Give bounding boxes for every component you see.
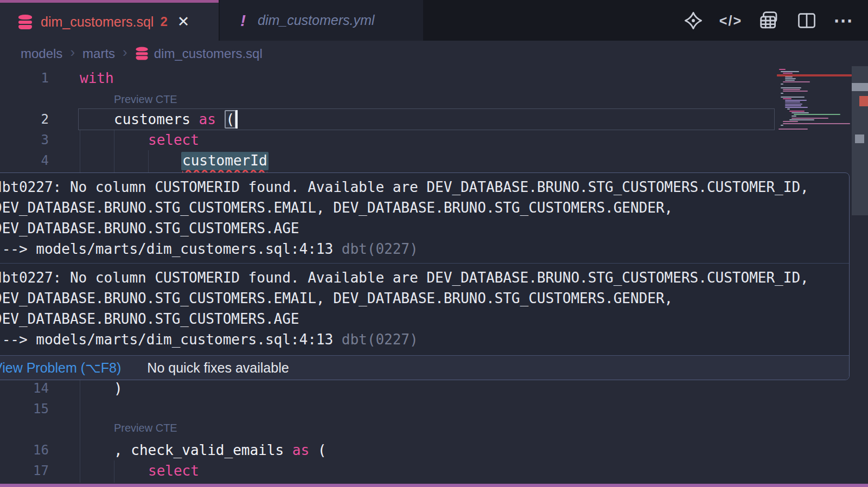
code-lens-preview-cte[interactable]: Preview CTE: [114, 422, 177, 434]
copy-table-icon[interactable]: [758, 10, 780, 31]
indent-guide: [80, 130, 80, 172]
split-editor-icon[interactable]: [796, 10, 817, 31]
line-number: 17: [0, 460, 49, 481]
line-number-active: 2: [0, 109, 49, 130]
minimap-code-line: [783, 121, 798, 122]
minimap-code-line: [781, 97, 805, 98]
minimap-code-line: [785, 80, 795, 81]
tab-bar: dim_customers.sql 2 ✕ ! dim_customers.ym…: [0, 0, 868, 41]
minimap-code-line: [783, 81, 810, 82]
matching-bracket: (: [225, 110, 237, 129]
line-number: 15: [0, 399, 49, 419]
minimap-error-line: [777, 74, 852, 76]
no-quick-fixes-text: No quick fixes available: [147, 360, 289, 376]
minimap-code-line: [781, 125, 783, 126]
tab-error-count-badge: 2: [160, 14, 167, 29]
error-location: --> models/marts/dim_customers.sql:4:13 …: [0, 329, 849, 350]
code-line-14: ): [114, 378, 123, 399]
minimap-code-line: [785, 100, 807, 101]
close-icon[interactable]: ✕: [177, 15, 190, 29]
indent-guide: [114, 130, 114, 172]
minimap-code-line: [787, 108, 790, 110]
tab-dim-customers-sql[interactable]: dim_customers.sql 2 ✕: [0, 0, 219, 41]
line-number: 1: [0, 68, 49, 88]
minimap-code-line: [792, 118, 828, 119]
minimap-code-line: [785, 76, 793, 78]
error-hover-popup: dbt0227: No column CUSTOMERID found. Ava…: [0, 172, 850, 380]
error-code: dbt(0227): [342, 241, 418, 257]
error-text: DEV_DATABASE.BRUNO.STG_CUSTOMERS.EMAIL, …: [0, 288, 849, 309]
minimap-code-line: [783, 98, 792, 99]
minimap-code-line: [783, 73, 793, 74]
minimap-code-line: [785, 104, 802, 105]
popup-status-bar: View Problem (⌥F8) No quick fixes availa…: [0, 355, 849, 380]
line-number: 16: [0, 440, 49, 460]
error-text: DEV_DATABASE.BRUNO.STG_CUSTOMERS.EMAIL, …: [0, 197, 849, 218]
error-word-customerId: customerId: [181, 152, 269, 170]
tab-label: dim_customers.sql: [41, 14, 154, 30]
minimap-code-line: [789, 119, 814, 120]
minimap-code-line: [781, 93, 783, 94]
editor-actions: </> ⋯: [684, 3, 854, 39]
minimap-code-line: [785, 101, 800, 102]
window-bottom-accent: [0, 484, 868, 487]
more-actions-icon[interactable]: ⋯: [833, 9, 854, 32]
minimap-code-line: [781, 87, 801, 88]
minimap-code-line: [785, 78, 796, 79]
code-icon[interactable]: </>: [719, 13, 742, 29]
line-number: 3: [0, 130, 49, 150]
indent-guide: [80, 380, 80, 483]
error-text: DEV_DATABASE.BRUNO.STG_CUSTOMERS.AGE: [0, 218, 849, 239]
minimap-code-line: [783, 89, 800, 90]
line-number: 4: [0, 150, 49, 171]
error-location: --> models/marts/dim_customers.sql:4:13 …: [0, 239, 849, 259]
error-text: dbt0227: No column CUSTOMERID found. Ava…: [0, 177, 849, 197]
breadcrumb-marts[interactable]: marts: [82, 46, 115, 61]
minimap-code-line: [794, 114, 840, 115]
text-cursor: [235, 110, 238, 129]
code-line-16: , check_valid_emails as (: [114, 440, 326, 460]
minimap-code-line: [783, 91, 808, 92]
tab-dim-customers-yml[interactable]: ! dim_customers.yml: [220, 0, 423, 41]
overview-ruler-decoration: [859, 96, 868, 106]
error-message-block: dbt0227: No column CUSTOMERID found. Ava…: [0, 264, 849, 350]
minimap-code-line: [785, 105, 801, 106]
breadcrumb: models › marts › dim_customers.sql: [0, 41, 868, 66]
minimap-code-line: [781, 71, 799, 72]
minimap-code-line: [781, 84, 783, 85]
code-line-3: select: [148, 130, 199, 150]
database-icon: [136, 47, 148, 60]
error-message-block: dbt0227: No column CUSTOMERID found. Ava…: [0, 173, 849, 259]
line-number: 14: [0, 378, 49, 399]
error-code: dbt(0227): [342, 331, 418, 348]
code-line-17: select: [148, 460, 199, 481]
code-line-1: with: [80, 68, 114, 88]
chevron-right-icon: ›: [70, 44, 75, 61]
tab-label: dim_customers.yml: [258, 12, 374, 28]
code-line-2: customers as (: [114, 109, 234, 130]
minimap-code-line: [792, 116, 796, 117]
indent-guide: [114, 460, 114, 483]
dbt-logo-icon[interactable]: [684, 11, 703, 30]
error-text: dbt0227: No column CUSTOMERID found. Ava…: [0, 267, 849, 288]
minimap-code-line: [779, 69, 786, 70]
breadcrumb-file[interactable]: dim_customers.sql: [154, 46, 263, 61]
scrollbar-overview-ruler[interactable]: [852, 66, 868, 484]
minimap-code-line: [783, 123, 850, 124]
minimap-code-line: [792, 112, 809, 113]
minimap-code-line: [789, 111, 805, 112]
view-problem-link[interactable]: View Problem (⌥F8): [0, 360, 121, 376]
code-lens-preview-cte[interactable]: Preview CTE: [114, 93, 177, 106]
database-icon: [18, 15, 32, 29]
code-line-4: customerId: [181, 150, 269, 171]
minimap-code-line: [778, 129, 808, 130]
indent-guide: [148, 150, 149, 172]
error-text: DEV_DATABASE.BRUNO.STG_CUSTOMERS.AGE: [0, 309, 849, 329]
error-exclamation-icon: !: [240, 11, 246, 30]
overview-ruler-decoration: [852, 83, 868, 91]
chevron-right-icon: ›: [123, 44, 127, 61]
overview-ruler-decoration: [855, 134, 864, 143]
minimap-code-line: [785, 107, 808, 108]
breadcrumb-models[interactable]: models: [21, 46, 62, 61]
